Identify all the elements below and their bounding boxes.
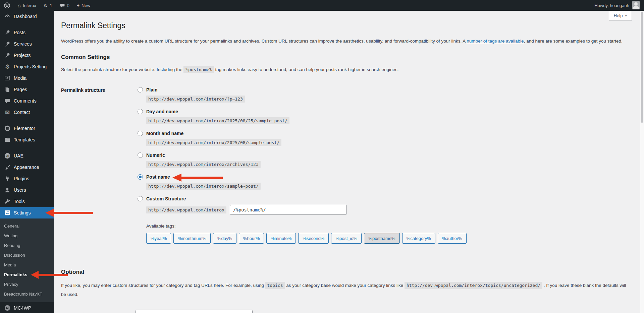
sidebar-item-settings[interactable]: Settings: [0, 207, 54, 218]
sidebar-item-users[interactable]: Users: [0, 184, 54, 196]
tag-button-post-id[interactable]: %post_id%: [331, 233, 362, 244]
sidebar-item-elementor[interactable]: Elementor: [0, 123, 54, 134]
common-settings-description: Select the permalink structure for your …: [61, 66, 629, 74]
updates-menu[interactable]: ↻ 1: [40, 0, 56, 11]
svg-text:UE: UE: [6, 155, 9, 157]
permalink-option-month-and-name: Month and name http://dev.wpopal.com/int…: [138, 131, 629, 145]
desc-text: Select the permalink structure for your …: [61, 67, 183, 72]
wrench-icon: [4, 198, 11, 205]
elementor-icon: [4, 125, 11, 132]
radio-row-numeric[interactable]: Numeric: [138, 152, 165, 158]
radio-custom-structure[interactable]: [138, 196, 143, 201]
tag-button-minute[interactable]: %minute%: [266, 233, 296, 244]
sidebar-item-projects[interactable]: Projects: [0, 50, 54, 61]
help-tab[interactable]: Help ▾: [609, 11, 632, 21]
arrow-head: [45, 209, 54, 217]
sidebar-label: Pages: [14, 87, 27, 92]
submenu-label: Privacy: [4, 282, 18, 287]
scrollbar-thumb[interactable]: [641, 12, 643, 123]
sidebar-item-posts[interactable]: Posts: [0, 27, 54, 38]
submenu-item-privacy[interactable]: Privacy: [0, 279, 54, 289]
radio-month-and-name[interactable]: [138, 131, 143, 136]
sidebar-label: Projects Setting: [14, 64, 47, 69]
sidebar-item-uae[interactable]: UE UAE: [0, 150, 54, 162]
sidebar-item-projects-setting[interactable]: ⚙ Projects Setting: [0, 61, 54, 72]
admin-bar-left: ⌂ Interox ↻ 1 0 + New: [0, 0, 94, 11]
radio-row-plain[interactable]: Plain: [138, 87, 157, 92]
account-menu[interactable]: Howdy, hoanganh: [590, 0, 644, 11]
comments-menu[interactable]: 0: [56, 0, 73, 11]
radio-row-post-name[interactable]: Post name: [138, 174, 170, 180]
category-base-input[interactable]: [136, 310, 253, 313]
comment-count: 0: [67, 3, 69, 8]
user-avatar: [632, 1, 640, 9]
tag-button-monthnum[interactable]: %monthnum%: [173, 233, 211, 244]
radio-post-name-selected[interactable]: [138, 174, 143, 180]
submenu-item-reading[interactable]: Reading: [0, 241, 54, 250]
option-label: Month and name: [146, 131, 183, 136]
submenu-item-media[interactable]: Media: [0, 260, 54, 270]
annotation-arrow-post-name: [172, 174, 223, 182]
submenu-label: Media: [4, 262, 16, 267]
wordpress-logo-menu[interactable]: [0, 0, 14, 11]
sidebar-item-plugins[interactable]: Plugins: [0, 173, 54, 184]
sidebar-item-mc4wp[interactable]: M MC4WP: [0, 302, 54, 313]
radio-row-day-and-name[interactable]: Day and name: [138, 109, 178, 114]
admin-bar: ⌂ Interox ↻ 1 0 + New Howdy, hoanganh: [0, 0, 644, 11]
radio-row-month-and-name[interactable]: Month and name: [138, 131, 183, 136]
media-icon: [4, 75, 11, 81]
submenu-item-breadcrumb-navxt[interactable]: Breadcrumb NavXT: [0, 289, 54, 299]
radio-row-custom-structure[interactable]: Custom Structure: [138, 196, 186, 201]
example-url: http://dev.wpopal.com/interox/sample-pos…: [146, 183, 261, 190]
tag-button-day[interactable]: %day%: [213, 233, 236, 244]
new-content-menu[interactable]: + New: [73, 0, 94, 11]
sidebar-label: Posts: [14, 30, 25, 35]
radio-plain[interactable]: [138, 87, 143, 92]
arrow-shaft: [181, 177, 223, 179]
optional-description: If you like, you may enter custom struct…: [61, 281, 629, 299]
site-menu[interactable]: ⌂ Interox: [14, 0, 40, 11]
tag-button-postname-active[interactable]: %postname%: [364, 233, 399, 244]
sidebar-label: Users: [14, 187, 26, 193]
sidebar-item-pages[interactable]: Pages: [0, 84, 54, 95]
sidebar-item-templates[interactable]: Templates: [0, 134, 54, 145]
permalink-option-plain: Plain http://dev.wpopal.com/interox/?p=1…: [138, 87, 629, 102]
sidebar-separator: [0, 22, 54, 27]
intro-text: WordPress offers you the ability to crea…: [61, 39, 467, 44]
tag-button-category[interactable]: %category%: [402, 233, 435, 244]
sidebar-item-appearance[interactable]: Appearance: [0, 162, 54, 173]
submenu-item-discussion[interactable]: Discussion: [0, 250, 54, 260]
permalink-option-day-and-name: Day and name http://dev.wpopal.com/inter…: [138, 109, 629, 124]
sidebar-item-media[interactable]: Media: [0, 72, 54, 84]
sidebar-item-tools[interactable]: Tools: [0, 196, 54, 207]
option-label: Plain: [146, 87, 157, 92]
radio-numeric[interactable]: [138, 152, 143, 158]
submenu-label: Reading: [4, 243, 20, 248]
submenu-item-general[interactable]: General: [0, 221, 54, 231]
example-url: http://dev.wpopal.com/interox/archives/1…: [146, 161, 261, 168]
submenu-item-writing[interactable]: Writing: [0, 231, 54, 241]
sidebar-item-services[interactable]: Services: [0, 38, 54, 50]
optional-heading: Optional: [61, 269, 629, 275]
sidebar-label: Settings: [14, 210, 31, 215]
submenu-item-permalinks[interactable]: Permalinks: [0, 270, 54, 279]
tag-button-second[interactable]: %second%: [298, 233, 329, 244]
tag-button-year[interactable]: %year%: [146, 233, 171, 244]
tags-available-link[interactable]: number of tags are available: [467, 39, 524, 44]
page-title: Permalink Settings: [61, 21, 629, 31]
available-tags-label: Available tags:: [146, 224, 629, 229]
tag-button-author[interactable]: %author%: [438, 233, 467, 244]
sidebar-item-dashboard[interactable]: Dashboard: [0, 11, 54, 22]
sidebar-item-comments[interactable]: Comments: [0, 95, 54, 107]
scrollbar: [640, 11, 644, 313]
option-label: Custom Structure: [146, 196, 186, 201]
example-url: http://dev.wpopal.com/interox/?p=123: [146, 96, 245, 103]
uae-circle-icon: UE: [4, 152, 11, 159]
tag-button-hour[interactable]: %hour%: [239, 233, 264, 244]
radio-day-and-name[interactable]: [138, 109, 143, 114]
comments-bubble-icon: [60, 3, 65, 8]
custom-structure-input[interactable]: [230, 205, 347, 215]
sidebar-item-contact[interactable]: ✉ Contact: [0, 107, 54, 118]
permalink-structure-options: Plain http://dev.wpopal.com/interox/?p=1…: [138, 87, 629, 251]
sidebar-label: UAE: [14, 153, 23, 159]
